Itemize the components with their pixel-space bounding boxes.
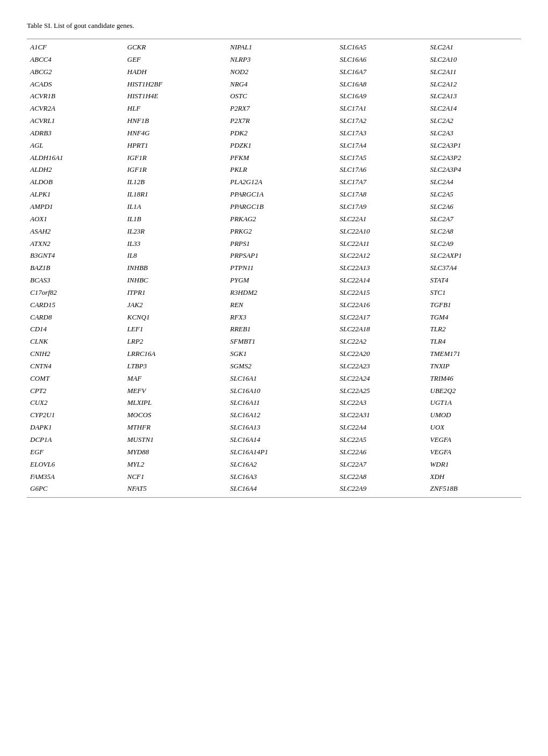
table-row: ALDOBIL12BPLA2G12ASLC17A7SLC2A4 [27,176,521,188]
table-row: ABCC4GEFNLRP3SLC16A6SLC2A10 [27,54,521,66]
gene-cell: SLC16A1 [227,373,336,385]
gene-cell: ALPK1 [27,188,124,201]
gene-cell: SLC16A7 [336,66,427,78]
gene-cell: R3HDM2 [227,287,336,299]
gene-cell: SLC16A13 [227,421,336,434]
gene-cell: CARD15 [27,299,124,311]
gene-cell: SLC17A5 [336,152,427,164]
gene-cell: XDH [427,471,522,483]
gene-cell: UMOD [427,409,522,421]
gene-cell: CPT2 [27,385,124,397]
gene-cell: ABCC4 [27,54,124,66]
gene-cell: UBE2Q2 [427,385,522,397]
gene-cell: VEGFA [427,434,522,446]
gene-cell: ZNF518B [427,483,522,497]
gene-cell: NIPAL1 [227,39,336,54]
gene-table: A1CFGCKRNIPAL1SLC16A5SLC2A1ABCC4GEFNLRP3… [27,39,521,498]
gene-cell: PDK2 [227,127,336,140]
gene-cell: SLC16A12 [227,409,336,421]
gene-cell: PDZK1 [227,140,336,152]
gene-cell: ALDH16A1 [27,152,124,164]
gene-cell: RFX3 [227,311,336,324]
table-row: CUX2MLXIPLSLC16A11SLC22A3UGT1A [27,397,521,409]
gene-cell: NLRP3 [227,54,336,66]
table-row: CYP2U1MOCOSSLC16A12SLC22A31UMOD [27,409,521,421]
gene-cell: TRIM46 [427,373,522,385]
gene-cell: SLC22A17 [336,311,427,324]
gene-cell: NRG4 [227,78,336,91]
gene-cell: SLC2A3P2 [427,152,522,164]
gene-cell: INHBC [124,274,227,287]
table-row: ASAH2IL23RPRKG2SLC22A10SLC2A8 [27,226,521,238]
gene-cell: SLC16A6 [336,54,427,66]
gene-cell: LRRC16A [124,348,227,360]
gene-cell: P2X7R [227,115,336,127]
table-row: CNIH2LRRC16ASGK1SLC22A20TMEM171 [27,348,521,360]
gene-cell: SGMS2 [227,360,336,373]
gene-cell: UGT1A [427,397,522,409]
gene-cell: SLC22A25 [336,385,427,397]
gene-cell: SLC16A11 [227,397,336,409]
gene-cell: SLC2A7 [427,213,522,226]
gene-cell: TGFB1 [427,299,522,311]
gene-cell: MAF [124,373,227,385]
gene-cell: HIST1H4E [124,90,227,103]
gene-cell: PPARGC1B [227,201,336,213]
gene-cell: SLC2A3 [427,127,522,140]
gene-cell: IL12B [124,176,227,188]
gene-cell: LTBP3 [124,360,227,373]
gene-cell: SLC22A31 [336,409,427,421]
gene-cell: SLC16A3 [227,471,336,483]
gene-cell: LEF1 [124,323,227,336]
gene-cell: SLC16A4 [227,483,336,497]
gene-cell: SLC2A3P1 [427,140,522,152]
gene-cell: SLC22A23 [336,360,427,373]
gene-cell: SLC22A14 [336,274,427,287]
gene-cell: SLC22A7 [336,459,427,471]
gene-cell: SLC17A9 [336,201,427,213]
gene-cell: SLC16A14 [227,434,336,446]
gene-cell: NCF1 [124,471,227,483]
gene-cell: EGF [27,446,124,459]
gene-cell: CD14 [27,323,124,336]
gene-cell: NOD2 [227,66,336,78]
table-row: AGLHPRT1PDZK1SLC17A4SLC2A3P1 [27,140,521,152]
table-row: B3GNT4IL8PRPSAP1SLC22A12SLC2AXP1 [27,250,521,262]
table-row: ADRB3HNF4GPDK2SLC17A3SLC2A3 [27,127,521,140]
gene-cell: P2RX7 [227,103,336,115]
gene-cell: TNXIP [427,360,522,373]
gene-cell: SLC17A1 [336,103,427,115]
table-row: ABCG2HADHNOD2SLC16A7SLC2A11 [27,66,521,78]
gene-cell: ELOVL6 [27,459,124,471]
gene-cell: SLC17A6 [336,164,427,176]
gene-cell: HNF4G [124,127,227,140]
gene-cell: AMPD1 [27,201,124,213]
gene-cell: IL33 [124,238,227,250]
table-row: ALPK1IL18R1PPARGC1ASLC17A8SLC2A5 [27,188,521,201]
table-row: CARD8KCNQ1RFX3SLC22A17TGM4 [27,311,521,324]
table-row: BAZ1BINHBBPTPN11SLC22A13SLC37A4 [27,262,521,274]
gene-cell: TLR2 [427,323,522,336]
gene-cell: BCAS3 [27,274,124,287]
gene-cell: SLC22A18 [336,323,427,336]
table-row: CLNKLRP2SFMBT1SLC22A2TLR4 [27,336,521,348]
gene-cell: CNTN4 [27,360,124,373]
gene-cell: SLC2A6 [427,201,522,213]
gene-cell: SLC22A2 [336,336,427,348]
table-caption: Table SI. List of gout candidate genes. [27,21,521,30]
table-row: ELOVL6MYL2SLC16A2SLC22A7WDR1 [27,459,521,471]
gene-cell: B3GNT4 [27,250,124,262]
gene-cell: ASAH2 [27,226,124,238]
gene-cell: PFKM [227,152,336,164]
gene-cell: SLC22A6 [336,446,427,459]
gene-cell: PLA2G12A [227,176,336,188]
gene-cell: GEF [124,54,227,66]
table-row: DCP1AMUSTN1SLC16A14SLC22A5VEGFA [27,434,521,446]
gene-cell: SLC17A3 [336,127,427,140]
gene-cell: IL8 [124,250,227,262]
gene-cell: MOCOS [124,409,227,421]
gene-cell: STAT4 [427,274,522,287]
gene-cell: SLC17A4 [336,140,427,152]
gene-cell: A1CF [27,39,124,54]
gene-cell: LRP2 [124,336,227,348]
